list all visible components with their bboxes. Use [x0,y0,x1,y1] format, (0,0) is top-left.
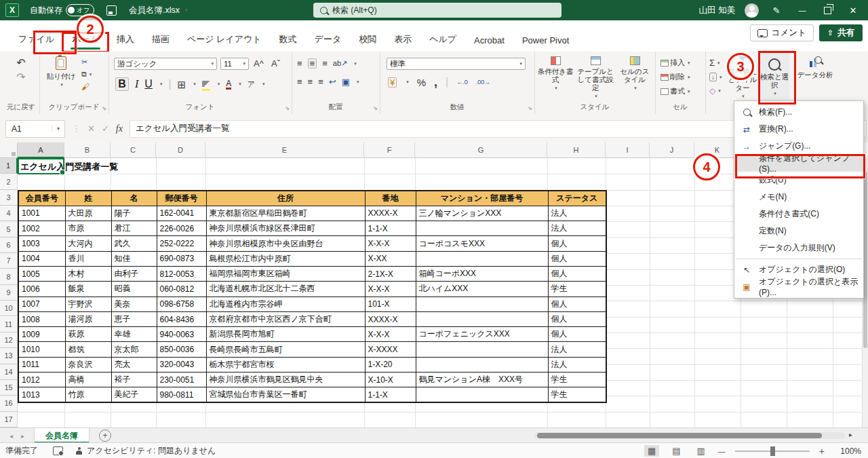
row-header-9[interactable]: 9 [0,285,18,301]
table-cell[interactable]: 大河内 [65,236,111,251]
table-cell[interactable]: 市原 [65,221,111,236]
table-cell[interactable]: 萩原 [65,327,111,342]
table-cell[interactable] [416,221,548,236]
row-header-5[interactable]: 5 [0,221,18,237]
row-header-7[interactable]: 7 [0,253,18,269]
zoom-in-button[interactable]: + [819,446,825,457]
column-header-H[interactable]: H [547,142,606,158]
row-header-8[interactable]: 8 [0,269,18,284]
row-header-3[interactable]: 3 [0,190,18,206]
table-cell[interactable] [416,387,548,402]
column-header-D[interactable]: D [156,142,205,158]
table-cell[interactable]: 学生 [548,373,606,387]
member-table[interactable]: 会員番号姓名郵便番号住所番地マンション・部屋番号ステータス1001大田原陽子16… [18,190,607,403]
autosave-toggle[interactable]: 自動保存 オフ [30,4,94,16]
table-header-cell[interactable]: 番地 [365,191,416,206]
table-cell[interactable]: 香川 [65,251,111,266]
percent-icon[interactable]: % [417,77,426,88]
column-header-F[interactable]: F [364,142,415,158]
cell-styles-button[interactable]: セルのスタイル ▾ [617,52,652,91]
font-color-icon[interactable]: A [226,79,231,90]
alignment-launcher-icon[interactable]: ⇘ [373,105,378,111]
table-cell[interactable]: 1007 [18,297,65,311]
sheet-next-icon[interactable]: ▸ [21,432,24,440]
table-cell[interactable]: 320-0043 [157,357,206,372]
cancel-icon[interactable]: ✕ [87,123,95,134]
share-button[interactable]: ⇧ 共有 [819,24,863,41]
table-cell[interactable]: 1005 [18,266,65,281]
table-cell[interactable]: 美紀子 [111,387,157,402]
italic-button[interactable]: I [135,78,138,90]
table-cell[interactable]: 個人 [548,311,606,326]
document-title[interactable]: 会員名簿.xlsx ▾ [129,5,188,16]
table-cell[interactable]: 940-0063 [157,327,206,342]
delete-cells-button[interactable]: 削除▾ [660,72,705,82]
pen-icon[interactable]: ✎ [768,5,785,16]
table-cell[interactable]: 法人 [548,221,606,236]
table-cell[interactable]: 226-0026 [157,221,206,236]
row-header-11[interactable]: 11 [0,317,18,332]
increase-font-icon[interactable]: A^ [254,59,264,68]
table-cell[interactable]: 060-0812 [157,282,206,297]
cut-icon[interactable]: ✂ [81,58,87,66]
table-header-cell[interactable]: 郵便番号 [157,191,206,206]
ribbon-tab-11[interactable]: Power Pivot [513,35,578,52]
scroll-right-icon[interactable]: ▸ [849,431,852,438]
minimize-button[interactable]: — [794,6,810,14]
table-cell[interactable]: 島根県松江市内中原町 [206,251,365,266]
align-center-icon[interactable]: ≡ [308,77,313,86]
table-cell[interactable]: 690-0873 [157,251,206,266]
table-cell[interactable]: 162-0041 [157,206,206,221]
table-cell[interactable]: 980-0811 [157,387,206,402]
zoom-slider[interactable] [735,451,810,452]
row-header-2[interactable]: 2 [0,174,18,189]
table-cell[interactable]: XXXX-X [365,311,416,326]
view-page-layout-button[interactable]: ▤ [669,445,684,457]
search-input[interactable]: 検索 (Alt+Q) [313,3,561,18]
decrease-decimal-icon[interactable]: .00→ [476,79,491,85]
table-cell[interactable]: 高橋 [65,373,111,387]
increase-decimal-icon[interactable]: ←.0 [456,79,468,85]
row-header-6[interactable]: 6 [0,237,18,253]
table-cell[interactable]: 個人 [548,297,606,311]
row-header-1[interactable]: 1 [0,158,18,174]
ribbon-tab-5[interactable]: 数式 [271,33,306,52]
table-cell[interactable]: 098-6758 [157,297,206,311]
table-cell[interactable]: 学生 [548,387,606,402]
comma-icon[interactable]: , [434,76,437,88]
table-cell[interactable]: 1-X-20 [365,357,416,372]
table-cell[interactable]: 奈良沢 [65,357,111,372]
table-cell[interactable]: 1003 [18,236,65,251]
table-cell[interactable]: コーポコスモXXX [416,236,548,251]
comments-button[interactable]: コメント [750,24,814,41]
table-cell[interactable]: 1001 [18,206,65,221]
row-header-15[interactable]: 15 [0,380,18,396]
table-cell[interactable]: 北海道札幌市北区北十二条西 [206,282,365,297]
insert-function-icon[interactable]: fx [116,123,123,134]
table-cell[interactable]: 1013 [18,387,65,402]
format-as-table-button[interactable]: テーブルとして書式設定 ▾ [575,52,616,99]
ribbon-tab-4[interactable]: ページ レイアウト [178,33,271,52]
column-header-B[interactable]: B [64,142,111,158]
decrease-font-icon[interactable]: Aˇ [271,59,280,68]
table-cell[interactable] [416,357,548,372]
new-sheet-button[interactable]: + [99,430,111,442]
table-cell[interactable]: 大田原 [65,206,111,221]
align-left-icon[interactable]: ≡ [297,77,302,86]
table-cell[interactable]: X-XXXX [365,342,416,357]
ribbon-tab-9[interactable]: ヘルプ [420,33,465,52]
table-cell[interactable]: 三ノ輪マンションXXX [416,206,548,221]
table-cell[interactable]: 法人 [548,342,606,357]
menu-item[interactable]: 条件付き書式(C) [734,206,863,223]
table-cell[interactable]: 陽子 [111,206,157,221]
row-header-12[interactable]: 12 [0,332,18,348]
table-cell[interactable]: 1012 [18,373,65,387]
user-name[interactable]: 山田 知美 [699,5,735,16]
sheet-prev-icon[interactable]: ◂ [9,432,13,440]
align-top-icon[interactable]: ≡ [297,59,302,68]
menu-item[interactable]: メモ(N) [734,189,863,206]
table-cell[interactable]: 個人 [548,266,606,281]
menu-item[interactable]: ▣オブジェクトの選択と表示(P)... [734,278,863,295]
table-cell[interactable]: 福岡県福岡市東区箱崎 [206,266,365,281]
borders-icon[interactable]: ⊞ [178,79,186,90]
